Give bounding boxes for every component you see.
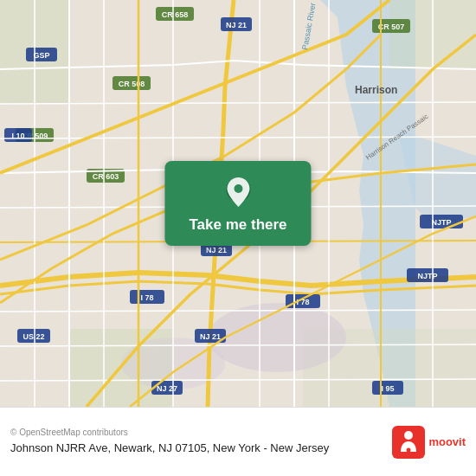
- svg-text:Harrison: Harrison: [355, 84, 397, 96]
- svg-point-5: [208, 303, 346, 372]
- svg-text:NJ 27: NJ 27: [157, 384, 177, 393]
- location-pin-icon: [223, 175, 253, 209]
- svg-text:NJ 21: NJ 21: [226, 21, 247, 29]
- svg-text:CR 508: CR 508: [119, 80, 145, 88]
- moovit-icon: [392, 426, 425, 459]
- svg-point-48: [407, 447, 411, 452]
- take-me-there-label: Take me there: [189, 216, 286, 234]
- svg-text:I 95: I 95: [381, 384, 394, 393]
- moovit-logo: moovit: [392, 426, 466, 459]
- footer: © OpenStreetMap contributors Johnson NJR…: [0, 407, 476, 476]
- svg-point-47: [404, 431, 413, 440]
- svg-text:I 78: I 78: [140, 293, 153, 302]
- map-container: I 78 I 78 NJ 21 NJ 21 NJ 21 NJ 27 I 95 C…: [0, 0, 476, 407]
- take-me-there-button[interactable]: Take me there: [164, 161, 311, 246]
- svg-text:CR 507: CR 507: [378, 23, 405, 31]
- svg-text:GSP: GSP: [33, 51, 49, 60]
- svg-text:NJTP: NJTP: [417, 272, 437, 280]
- svg-point-45: [234, 184, 242, 193]
- svg-text:US 22: US 22: [23, 332, 44, 341]
- svg-text:CR 658: CR 658: [162, 10, 189, 19]
- address-text: Johnson NJRR Ave, Newark, NJ 07105, New …: [10, 441, 382, 456]
- svg-text:NJ 21: NJ 21: [200, 332, 221, 341]
- moovit-label: moovit: [428, 435, 466, 448]
- copyright-text: © OpenStreetMap contributors: [10, 428, 382, 437]
- svg-text:CR 603: CR 603: [93, 172, 119, 181]
- take-me-there-overlay: Take me there: [164, 161, 311, 246]
- svg-text:NJ 21: NJ 21: [206, 246, 227, 254]
- footer-info: © OpenStreetMap contributors Johnson NJR…: [10, 428, 382, 456]
- svg-text:NJTP: NJTP: [431, 218, 451, 227]
